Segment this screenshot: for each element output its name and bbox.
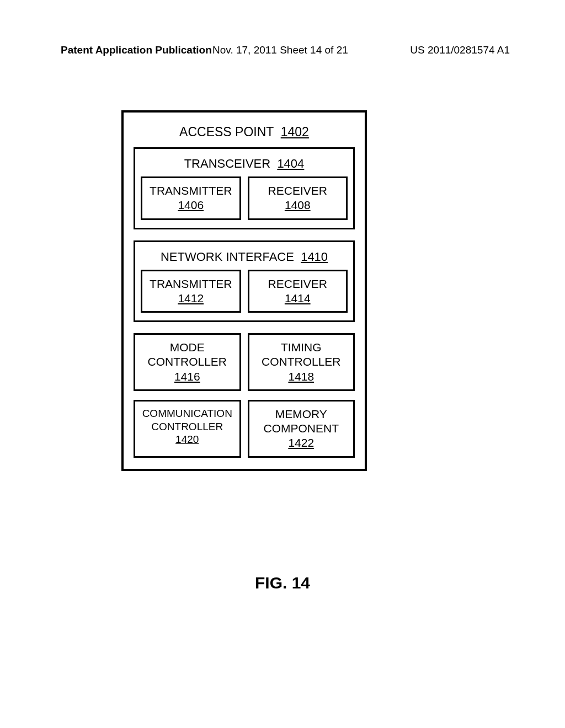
communication-controller-block: COMMUNICATION CONTROLLER 1420 (134, 400, 241, 458)
receiver-1414: RECEIVER 1414 (248, 270, 348, 313)
mode-controller-ref: 1416 (174, 370, 200, 383)
mode-controller-l2: CONTROLLER (147, 355, 227, 368)
transmitter-1412-ref: 1412 (178, 292, 204, 304)
timing-controller-l2: CONTROLLER (262, 355, 341, 368)
access-point-block: ACCESS POINT 1402 TRANSCEIVER 1404 TRANS… (121, 110, 367, 471)
receiver-1414-label: RECEIVER (268, 277, 327, 290)
network-interface-row: TRANSMITTER 1412 RECEIVER 1414 (141, 270, 348, 313)
transceiver-label: TRANSCEIVER (184, 157, 270, 170)
transmitter-1406-label: TRANSMITTER (150, 184, 232, 197)
transceiver-ref: 1404 (277, 157, 304, 170)
timing-controller-ref: 1418 (288, 370, 314, 383)
memory-component-ref: 1422 (288, 436, 314, 449)
network-interface-title: NETWORK INTERFACE 1410 (141, 250, 348, 264)
controller-row-2: COMMUNICATION CONTROLLER 1420 MEMORY COM… (134, 400, 355, 458)
transmitter-1406: TRANSMITTER 1406 (141, 176, 241, 220)
transmitter-1406-ref: 1406 (178, 199, 204, 211)
transceiver-title: TRANSCEIVER 1404 (141, 157, 348, 171)
access-point-label: ACCESS POINT (179, 125, 274, 139)
receiver-1408-ref: 1408 (285, 199, 311, 211)
timing-controller-l1: TIMING (281, 341, 322, 354)
communication-controller-ref: 1420 (175, 433, 199, 445)
header-left: Patent Application Publication (61, 44, 212, 56)
access-point-title: ACCESS POINT 1402 (134, 125, 355, 140)
transmitter-1412: TRANSMITTER 1412 (141, 270, 241, 313)
mode-controller-l1: MODE (170, 341, 205, 354)
communication-controller-l1: COMMUNICATION (142, 408, 232, 419)
memory-component-l1: MEMORY (275, 408, 327, 420)
memory-component-l2: COMPONENT (264, 422, 339, 435)
figure-label: FIG. 14 (0, 574, 565, 592)
transceiver-block: TRANSCEIVER 1404 TRANSMITTER 1406 RECEIV… (134, 147, 355, 229)
transceiver-row: TRANSMITTER 1406 RECEIVER 1408 (141, 176, 348, 220)
communication-controller-l2: CONTROLLER (151, 421, 223, 432)
timing-controller-block: TIMING CONTROLLER 1418 (248, 333, 355, 391)
access-point-ref: 1402 (281, 125, 309, 139)
receiver-1408: RECEIVER 1408 (248, 176, 348, 220)
transmitter-1412-label: TRANSMITTER (150, 277, 232, 290)
page-header: Patent Application Publication Nov. 17, … (61, 44, 510, 56)
header-right: US 2011/0281574 A1 (410, 44, 510, 56)
network-interface-block: NETWORK INTERFACE 1410 TRANSMITTER 1412 … (134, 240, 355, 323)
controller-row-1: MODE CONTROLLER 1416 TIMING CONTROLLER 1… (134, 333, 355, 391)
memory-component-block: MEMORY COMPONENT 1422 (248, 400, 355, 458)
mode-controller-block: MODE CONTROLLER 1416 (134, 333, 241, 391)
network-interface-label: NETWORK INTERFACE (161, 250, 294, 264)
receiver-1414-ref: 1414 (285, 292, 311, 304)
network-interface-ref: 1410 (301, 250, 328, 264)
receiver-1408-label: RECEIVER (268, 184, 327, 197)
header-mid: Nov. 17, 2011 Sheet 14 of 21 (212, 44, 348, 56)
